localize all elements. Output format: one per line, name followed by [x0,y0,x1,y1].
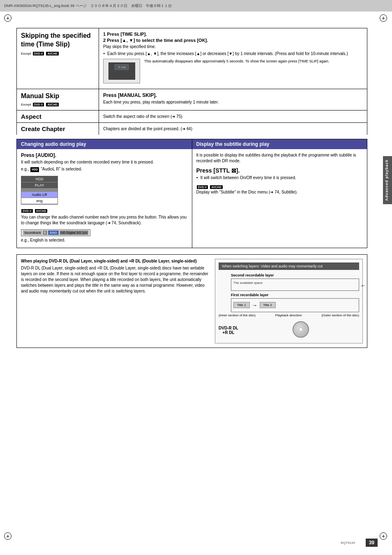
manual-skip-body: Each time you press, play restarts appro… [103,99,363,105]
time-slip-row: Skipping the specified time (Time Slip) … [17,28,367,89]
hdd-row-4: eng [21,198,58,204]
dvdrdl-body: DVD-R DL (Dual Layer, single-sided) and … [21,265,209,294]
create-chapter-body: Chapters are divided at the point presse… [99,124,367,134]
dvdv-badge-1: DVD-V [33,52,44,55]
title-boxes: Title 1 → Title 2 [233,302,357,309]
reg-circle-br [380,532,387,540]
hdd-row-2: PLAY [21,182,58,189]
title-arrow: → [252,302,258,309]
manual-skip-left: Manual Skip Except DVD-V AVCHD [17,89,99,110]
dvd-label: DVD-R DL +R DL [219,326,238,335]
top-bar: DMR-XW300GN-RQT9135-L_eng.book 39 ページ ２０… [0,0,392,12]
hdd-badge-inline: HDD [30,167,39,172]
time-slip-except: Except DVD-V AVCHD [21,51,95,56]
audio-body: Press [AUDIO]. It will switch depending … [17,149,192,248]
reg-circle-tr [380,14,387,22]
aspect-body: Switch the aspect ratio of the screen (➜… [99,112,367,121]
vertical-tab: Advanced playback [383,156,392,204]
doc-ref: RQT9135 [341,541,355,545]
manual-skip-title: Manual Skip [21,92,95,100]
subtitle-press: Press [STTL ⊠]. [196,167,363,174]
create-chapter-title: Create Chapter [17,123,99,135]
manual-skip-right: Press [MANUAL SKIP]. Each time you press… [99,89,367,110]
corner-mark-tr [380,14,388,23]
corner-mark-bl [4,532,12,541]
snd-arrows: ⇕ [43,230,47,235]
subtitle-body2: Display with "Subtitle" in the Disc menu… [196,189,363,195]
manual-skip-row: Manual Skip Except DVD-V AVCHD Press [MA… [17,89,367,111]
top-bar-text: DMR-XW300GN-RQT9135-L_eng.book 39 ページ ２０… [4,3,172,9]
avchd-badge-sub: AVCHD [210,185,222,189]
layer1-box: Title 1 → Title 2 [231,298,359,312]
switching-header: When switching layers: Video and audio m… [219,263,359,270]
display-caption: This automatically disappears after appr… [144,59,363,64]
time-slip-left: Skipping the specified time (Time Slip) … [17,28,99,89]
snd-label: Soundtrack [23,230,42,235]
layer2-area: Second recordable layer The available sp… [231,273,359,291]
layer2-available: The available space [233,281,357,285]
avchd-badge-audio: AVCHD [35,209,47,213]
audio-example2: e.g., English is selected. [21,237,188,243]
audio-body2: You can change the audio channel number … [21,214,188,226]
timer-display: -5 min [115,64,129,70]
time-slip-title: Skipping the specified time (Time Slip) [21,32,95,49]
dvdv-badge-2: DVD-V [33,103,44,106]
dvdrdl-title: When playing DVD-R DL (Dual Layer, singl… [21,259,209,263]
snd-dd: DD Digital 3/2.1ch [60,230,88,235]
audio-col: Changing audio during play Press [AUDIO]… [17,139,192,248]
step1: 1 Press [TIME SLIP]. [103,32,363,37]
except-label: Except [21,52,31,55]
subtitle-bullet1: It will switch between On/Off every time… [196,175,363,181]
manual-skip-except: Except DVD-V AVCHD [21,101,95,107]
outer-label: (Outer section of the disc) [321,313,359,317]
section-labels: (Inner section of the disc) Playback dir… [219,313,359,317]
playback-dir: Playback direction [275,313,302,317]
subtitle-body1: It is possible to display the subtitles … [196,152,363,164]
aspect-row: Aspect Switch the aspect ratio of the sc… [17,111,367,123]
layer-arrow: ← [360,282,366,289]
title1-box: Title 1 [233,302,250,308]
body1: Play skips the specified time. [103,44,363,50]
audio-example: e.g., HDD "AudioL R" is selected. [21,166,188,173]
screen-mockup: -5 min [108,62,135,80]
dvd-disc [293,321,309,338]
layer2-label: Second recordable layer [231,273,359,277]
dvdv-badge-audio: DVD-V [21,209,33,213]
corner-mark-br [380,532,388,541]
dvdrdl-right: When switching layers: Video and audio m… [215,259,363,343]
subtitle-body: It is possible to display the subtitles … [192,149,367,200]
display-image: -5 min [103,59,140,83]
top-table: Skipping the specified time (Time Slip) … [16,28,367,135]
soundtrack-bar: Soundtrack ⇕ ENG DD Digital 3/2.1ch [21,229,90,236]
create-chapter-row: Create Chapter Chapters are divided at t… [17,123,367,135]
bullet1: Each time you press [▲, ▼], the time inc… [103,51,363,57]
snd-eng: ENG [48,230,58,235]
inner-label: (Inner section of the disc) [219,313,256,317]
layer2-box: The available space ← [231,279,359,291]
dvdv-badge-sub: DVD-V [197,185,208,189]
hdd-row-spacer [21,189,58,192]
except-label-2: Except [21,103,31,106]
subtitle-badges: DVD-V AVCHD [196,184,363,189]
two-col-section: Changing audio during play Press [AUDIO]… [16,139,367,248]
audio-header: Changing audio during play [17,139,192,149]
reg-circle-tl [4,14,12,22]
layer1-area: First recordable layer Title 1 → Title 2 [231,293,359,312]
manual-skip-press: Press [MANUAL SKIP]. [103,92,363,98]
layer1-label: First recordable layer [231,293,359,297]
hdd-row-3: Audio LR [21,192,58,198]
subtitle-header: Display the subtitle during play [192,139,367,149]
corner-mark-tl [4,14,12,23]
aspect-title: Aspect [17,111,99,122]
step2: 2 Press [▲, ▼] to select the time and pr… [103,38,363,43]
dvd-area: DVD-R DL +R DL [219,319,359,340]
page-number: 39 [366,539,378,547]
bottom-section: When playing DVD-R DL (Dual Layer, singl… [16,254,367,348]
dvdv-avchd-badges: DVD-V AVCHD [21,208,188,213]
hdd-row-1: HDD [21,176,58,182]
subtitle-col: Display the subtitle during play It is p… [192,139,367,248]
title2-box: Title 2 [260,302,276,308]
dvdrdl-left: When playing DVD-R DL (Dual Layer, singl… [21,259,209,343]
reg-circle-bl [4,532,12,540]
display-mockup: -5 min This automatically disappears aft… [103,59,363,83]
